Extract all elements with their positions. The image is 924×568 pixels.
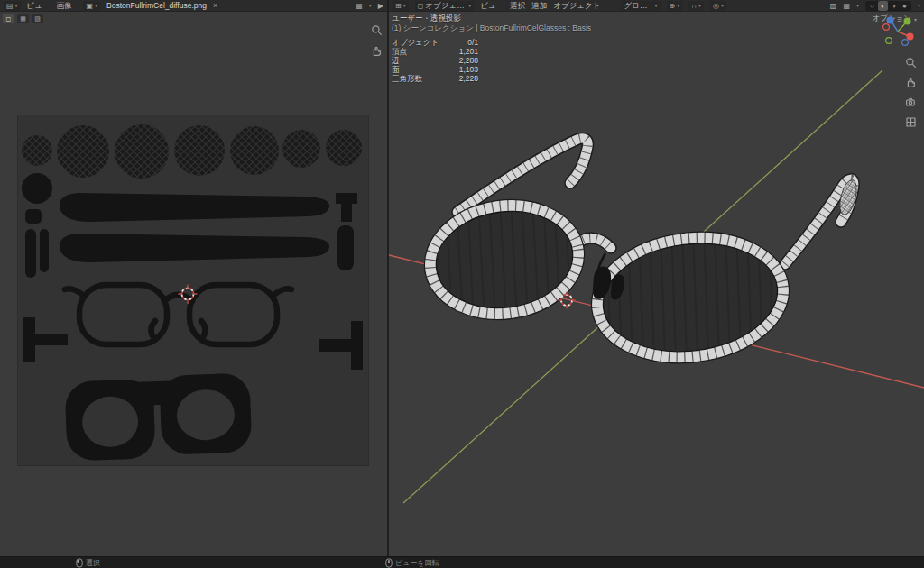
uv-image-editor: ▤ ▾ ビュー 画像 ▣ ▾ BostonFullrimCel_diffuse.… — [0, 0, 387, 556]
viewport-side-controls — [904, 56, 917, 128]
stat-label: 辺 — [392, 56, 442, 65]
editor-type-selector[interactable]: ⊞ ▾ — [393, 1, 409, 11]
axis-y-neg-ball — [886, 38, 892, 44]
stat-triangles: 三角形数 2,228 — [392, 74, 591, 83]
viewport-header: ⊞ ▾ ◻ オブジェクトモード ▾ ビュー 選択 追加 オブジェクト グローバル… — [389, 0, 924, 12]
mode-label: オブジェクトモード — [425, 0, 467, 12]
menu-image[interactable]: 画像 — [56, 0, 71, 12]
magnet-icon: ∩ — [691, 0, 697, 12]
orientation-label: グローバル — [624, 0, 652, 12]
menu-view[interactable]: ビュー — [27, 0, 51, 12]
editor-type-selector[interactable]: ▤ ▾ — [4, 1, 21, 11]
toggle-ortho-icon[interactable] — [904, 115, 917, 128]
snap-dropdown[interactable]: ∩ ▾ — [688, 1, 704, 11]
stat-value: 1,103 — [442, 65, 478, 74]
chevron-down-icon: ▾ — [721, 0, 724, 12]
zoom-tool-icon[interactable] — [904, 56, 917, 69]
shading-wireframe-button[interactable]: ○ — [867, 1, 877, 11]
mode-dropdown[interactable]: ◻ オブジェクトモード ▾ — [415, 1, 475, 11]
view-perspective-label: ユーザー・透視投影 — [392, 14, 591, 23]
axis-x-ball — [907, 33, 914, 41]
uv-editor-subtools: ◻ ▦ ▨ — [3, 14, 43, 23]
chevron-down-icon: ▾ — [468, 0, 471, 12]
image-editor-icon: ▤ — [6, 0, 14, 12]
orientation-dropdown[interactable]: グローバル ▾ — [621, 1, 660, 11]
chevron-down-icon: ▾ — [95, 0, 97, 12]
status-select-hint: 選択 — [76, 557, 100, 568]
object-mode-icon: ◻ — [418, 0, 424, 12]
axis-y-ball — [904, 18, 911, 25]
viewport-editor-icon: ⊞ — [395, 0, 402, 12]
proportional-edit-icon: ◎ — [713, 0, 719, 12]
stat-label: 頂点 — [392, 47, 442, 56]
stat-objects: オブジェクト 0/1 — [392, 38, 591, 47]
menu-add[interactable]: 追加 — [531, 0, 547, 12]
image-name-field[interactable]: BostonFullrimCel_diffuse.png — [106, 0, 207, 12]
active-collection-label: (1) シーンコレクション | BostonFullrimCelGlasses … — [392, 23, 591, 33]
uv-temple-islands — [60, 193, 329, 262]
image-datablock-icon: ▣ — [86, 0, 93, 12]
stat-label: オブジェクト — [392, 38, 442, 47]
stat-label: 面 — [392, 65, 442, 74]
uv-lens-islands — [22, 124, 362, 204]
axis-z-neg-ball — [902, 40, 909, 46]
uv-view-toggle-icon[interactable]: ◻ — [3, 14, 14, 23]
menu-select[interactable]: 選択 — [510, 0, 525, 12]
axis-z-ball — [887, 17, 894, 24]
xray-toggle-icon[interactable]: ▨ — [830, 0, 837, 12]
left-rim — [417, 189, 593, 329]
glasses-mesh[interactable] — [417, 138, 860, 373]
uv-texture-image[interactable] — [18, 115, 368, 465]
stat-label: 三角形数 — [392, 74, 442, 83]
stat-vertices: 頂点 1,201 — [392, 47, 591, 56]
pan-hand-icon[interactable] — [370, 44, 383, 57]
stat-value: 2,288 — [442, 56, 478, 65]
mouse-left-icon — [76, 558, 83, 568]
uv-frame-outer-island — [64, 372, 252, 461]
status-hint-label: ビューを回転 — [395, 558, 439, 568]
stat-value: 2,228 — [442, 74, 478, 83]
stat-value: 1,201 — [442, 47, 478, 56]
chevron-down-icon: ▾ — [15, 0, 18, 12]
shading-solid-button[interactable]: ◐ — [878, 1, 888, 11]
viewport-canvas[interactable] — [389, 12, 924, 556]
uv-paint-toggle-icon[interactable]: ▦ — [17, 14, 29, 23]
pivot-icon: ⊕ — [670, 0, 676, 12]
uv-canvas[interactable] — [18, 115, 368, 465]
shading-material-button[interactable]: ◑ — [889, 1, 899, 11]
chevron-down-icon: ▾ — [369, 0, 372, 12]
menu-view[interactable]: ビュー — [480, 0, 504, 12]
chevron-down-icon: ▾ — [856, 0, 859, 12]
camera-view-icon[interactable] — [904, 96, 917, 108]
pivot-dropdown[interactable]: ⊕ ▾ — [667, 1, 683, 11]
uv-editor-header: ▤ ▾ ビュー 画像 ▣ ▾ BostonFullrimCel_diffuse.… — [0, 0, 387, 12]
display-channels-icon[interactable]: ▦ — [356, 0, 363, 12]
blender-window: ▤ ▾ ビュー 画像 ▣ ▾ BostonFullrimCel_diffuse.… — [0, 0, 924, 568]
image-browse-dropdown[interactable]: ▣ ▾ — [83, 1, 100, 11]
stat-faces: 面 1,103 — [392, 65, 591, 74]
chevron-down-icon: ▾ — [918, 0, 920, 12]
uv-mask-toggle-icon[interactable]: ▨ — [32, 14, 43, 23]
unlink-image-button[interactable]: × — [213, 0, 217, 12]
right-temple — [785, 179, 860, 264]
chevron-down-icon: ▾ — [403, 0, 406, 12]
uv-side-controls — [370, 23, 383, 57]
shading-render-button[interactable]: ● — [900, 1, 910, 11]
navigation-gizmo[interactable] — [879, 13, 917, 50]
overlays-toggle-icon[interactable]: ▦ — [843, 0, 850, 12]
stat-edges: 辺 2,288 — [392, 56, 591, 65]
shading-mode-group: ○ ◐ ◑ ● — [865, 1, 911, 11]
proportional-dropdown[interactable]: ◎ ▾ — [710, 1, 726, 11]
select-arrow-icon[interactable]: ▶ — [378, 0, 383, 12]
axis-x-neg-ball — [883, 24, 890, 31]
stat-value: 0/1 — [442, 38, 478, 47]
chevron-down-icon: ▾ — [654, 0, 657, 12]
mouse-middle-icon — [385, 558, 393, 568]
viewport-3d-editor: ⊞ ▾ ◻ オブジェクトモード ▾ ビュー 選択 追加 オブジェクト グローバル… — [389, 0, 924, 556]
status-hint-label: 選択 — [86, 558, 100, 568]
pan-hand-icon[interactable] — [904, 76, 917, 88]
zoom-tool-icon[interactable] — [370, 23, 383, 36]
chevron-down-icon: ▾ — [677, 0, 679, 12]
menu-object[interactable]: オブジェクト — [553, 0, 600, 12]
status-bar: 選択 ビューを回転 — [0, 556, 924, 568]
